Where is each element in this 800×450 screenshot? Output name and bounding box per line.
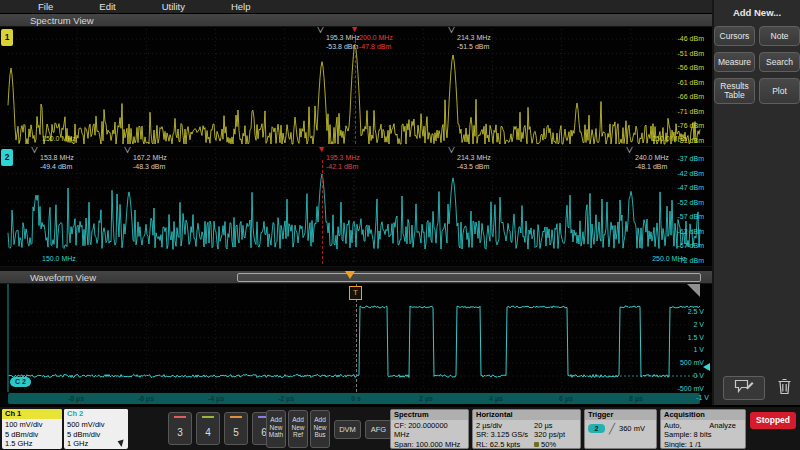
amplitude-axis-label: -46 dBm [678, 35, 704, 43]
text-line: 1.5 GHz [5, 439, 59, 449]
marker-label: 195.3 MHz-42.1 dBm [326, 154, 360, 171]
text-line: Single: 1 /1 [664, 440, 742, 449]
text-line: CF: 200.000000 MHz [394, 421, 465, 440]
spectrum-plot-ch2[interactable]: 2-37 dBm-42 dBm-47 dBm-52 dBm-57 dBm-62 … [0, 147, 712, 267]
dvm-button[interactable]: DVM [334, 420, 361, 439]
channel-badge-ch1[interactable]: Ch 1 100 mV/div5 dBm/div1.5 GHz [2, 409, 62, 449]
spectrum-plot-ch1[interactable]: 1-46 dBm-51 dBm-56 dBm-61 dBm-66 dBm-71 … [0, 27, 712, 147]
channel-3-button[interactable]: 3 [168, 412, 192, 445]
corner-handle-icon[interactable] [687, 284, 700, 297]
trigger-flag[interactable]: T [349, 286, 362, 300]
text-line: 50% [534, 440, 565, 449]
callout-pencil-icon [734, 379, 754, 397]
trigger-level: 360 mV [619, 424, 645, 433]
spectrum-panel[interactable]: Spectrum CF: 200.000000 MHzSpan: 100.000… [390, 409, 469, 449]
trigger-panel[interactable]: Trigger 2 ╱ 360 mV [584, 409, 657, 449]
run-stop-status-button[interactable]: Stopped [750, 412, 796, 429]
text-line: 1 GHz [67, 439, 125, 449]
add-new-bus-button[interactable]: Add New Bus [310, 410, 330, 448]
volt-axis-label: 1.5 V [688, 334, 704, 341]
peak-marker-icon: ▽ [448, 27, 455, 34]
amplitude-axis-label: -66 dBm [678, 93, 704, 101]
channel-indicator-badge-2[interactable]: 2 [1, 149, 13, 166]
waveform-view-titlebar[interactable]: Waveform View [0, 271, 712, 284]
marker-amplitude: -51.5 dBm [457, 43, 491, 52]
add-new-note-button[interactable]: Note [759, 26, 800, 46]
oscilloscope-app: FileEditUtilityHelp Spectrum View 1-46 d… [0, 0, 800, 450]
channel-scale-strip [7, 284, 9, 392]
time-axis-bar[interactable]: -8 µs-6 µs-4 µs-2 µs0 s2 µs4 µs6 µs8 µs [8, 393, 700, 404]
start-frequency-label: 150.0 MHz [42, 255, 76, 262]
menu-bar: FileEditUtilityHelp [0, 0, 712, 14]
spectrum-view-titlebar[interactable]: Spectrum View [0, 14, 712, 27]
acquisition-panel-title: Acquisition [661, 410, 745, 420]
amplitude-axis-label: -51 dBm [678, 50, 704, 58]
trigger-position-icon[interactable] [345, 271, 355, 279]
add-new-measure-button[interactable]: Measure [714, 52, 755, 72]
horizontal-col1: 2 µs/divSR: 3.125 GS/sRL: 62.5 kpts [476, 421, 528, 449]
waveform-view-title: Waveform View [30, 272, 96, 283]
stop-frequency-label: 250.0 MHz [652, 135, 686, 142]
add-new-cursors-button[interactable]: Cursors [714, 26, 755, 46]
menu-item-help[interactable]: Help [231, 1, 251, 12]
horizontal-panel[interactable]: Horizontal 2 µs/divSR: 3.125 GS/sRL: 62.… [472, 409, 581, 449]
peak-marker-icon: ▽ [31, 147, 38, 154]
acquisition-panel[interactable]: Acquisition Auto, Analyze Sample: 8 bits… [660, 409, 746, 449]
volt-label-neg1v: -1 V [696, 392, 709, 404]
channel-5-button[interactable]: 5 [224, 412, 248, 445]
spectrum-view-title: Spectrum View [30, 15, 94, 26]
trash-icon[interactable] [777, 378, 792, 399]
menu-item-utility[interactable]: Utility [162, 1, 185, 12]
channel-badge-ch2[interactable]: Ch 2 500 mV/div5 dBm/div1 GHz [64, 409, 128, 449]
acquisition-lines: Sample: 8 bitsSingle: 1 /1 [664, 430, 742, 449]
horizontal-panel-title: Horizontal [473, 410, 580, 420]
marker-frequency: 153.8 MHz [40, 154, 74, 163]
volt-axis-label: 0 V [693, 372, 704, 379]
menu-item-file[interactable]: File [38, 1, 53, 12]
main-display: FileEditUtilityHelp Spectrum View 1-46 d… [0, 0, 712, 405]
marker-label: 214.3 MHz-43.5 dBm [457, 154, 491, 171]
add-new-results-table-button[interactable]: Results Table [714, 78, 755, 104]
zoom-pan-bar[interactable] [237, 273, 701, 282]
text-line: Span: 100.000 MHz [394, 440, 465, 449]
reference-marker-icon: ▼ [317, 147, 326, 154]
channel-indicator-badge-1[interactable]: 1 [1, 29, 13, 46]
time-axis-label: -8 µs [56, 393, 96, 404]
waveform-channel-badge[interactable]: C 2 [10, 377, 31, 387]
add-new-search-button[interactable]: Search [759, 52, 800, 72]
annotation-button[interactable] [723, 376, 765, 400]
time-axis-label: 4 µs [476, 393, 516, 404]
trigger-panel-title: Trigger [585, 410, 656, 420]
amplitude-axis-label: -56 dBm [678, 64, 704, 72]
marker-frequency: 240.0 MHz [635, 154, 669, 163]
menu-item-edit[interactable]: Edit [99, 1, 115, 12]
spectrum-panel-body: CF: 200.000000 MHzSpan: 100.000 MHzRBW: … [391, 420, 468, 449]
text-line: 2 µs/div [476, 421, 528, 430]
marker-amplitude: -49.4 dBm [40, 163, 74, 172]
channel-5-color-tick [230, 416, 242, 418]
time-axis-label: -6 µs [126, 393, 166, 404]
marker-label: 153.8 MHz-49.4 dBm [40, 154, 74, 171]
waveform-plot[interactable]: T2.5 V2 V1.5 V1 V500 mV0 V-500 mVC 2 [0, 284, 712, 392]
add-new-math-button[interactable]: Add New Math [266, 410, 286, 448]
marker-frequency: 200.0 MHz [359, 34, 393, 43]
ch1-settings: 100 mV/div5 dBm/div1.5 GHz [2, 419, 62, 449]
ch2-label: Ch 2 [64, 409, 128, 419]
time-axis-label: -4 µs [196, 393, 236, 404]
afg-button[interactable]: AFG [365, 420, 392, 439]
text-line: 5 dBm/div [5, 430, 59, 440]
text-line: 320 ps/pt [534, 430, 565, 439]
time-axis-row: -8 µs-6 µs-4 µs-2 µs0 s2 µs4 µs6 µs8 µs … [0, 392, 712, 405]
ch1-label: Ch 1 [2, 409, 62, 419]
right-panel: Add New... CursorsNoteMeasureSearchResul… [712, 0, 800, 405]
amplitude-axis-label: -57 dBm [678, 213, 704, 221]
text-line: SR: 3.125 GS/s [476, 430, 528, 439]
channel-4-button[interactable]: 4 [196, 412, 220, 445]
trigger-level-arrow-icon[interactable] [703, 363, 710, 371]
rising-edge-icon: ╱ [609, 424, 615, 433]
marker-label: 167.2 MHz-48.3 dBm [133, 154, 167, 171]
add-new-ref-button[interactable]: Add New Ref [288, 410, 308, 448]
time-axis-label: -2 µs [266, 393, 306, 404]
add-new-plot-button[interactable]: Plot [759, 78, 800, 104]
text-line: 20 µs [534, 421, 565, 430]
